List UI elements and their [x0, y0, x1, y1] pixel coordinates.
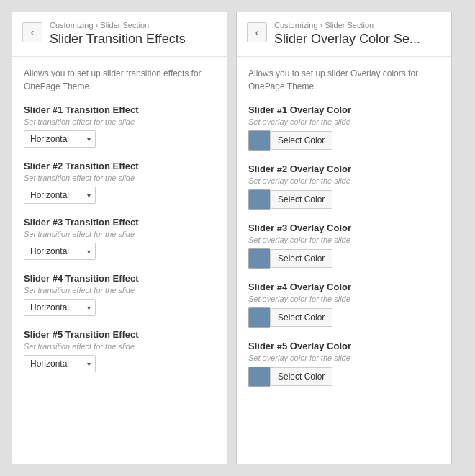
right-slider-4-subtitle: Set overlay color for the slide [248, 295, 440, 303]
right-slider-item-4: Slider #4 Overlay ColorSet overlay color… [248, 282, 440, 328]
right-slider-2-select-color-button[interactable]: Select Color [270, 190, 332, 209]
left-slider-item-4: Slider #4 Transition EffectSet transitio… [24, 273, 215, 316]
left-slider-5-select-wrapper: HorizontalVerticalFade▾ [24, 355, 96, 372]
right-slider-2-subtitle: Set overlay color for the slide [248, 176, 440, 185]
right-slider-1-color-swatch[interactable] [248, 130, 270, 151]
right-slider-3-subtitle: Set overlay color for the slide [248, 235, 440, 244]
right-slider-item-3: Slider #3 Overlay ColorSet overlay color… [248, 223, 440, 269]
right-slider-2-color-swatch[interactable] [248, 189, 270, 210]
right-slider-2-color-row: Select Color [248, 189, 440, 210]
right-back-button[interactable]: ‹ [247, 22, 267, 42]
left-slider-4-subtitle: Set transition effect for the slide [24, 286, 215, 295]
left-panel-body: Allows you to set up slider transition e… [12, 57, 227, 395]
left-slider-1-select[interactable]: HorizontalVerticalFade [24, 130, 96, 148]
right-slider-3-select-color-button[interactable]: Select Color [270, 249, 332, 268]
right-slider-5-color-swatch[interactable] [248, 367, 270, 387]
right-slider-1-subtitle: Set overlay color for the slide [248, 117, 440, 126]
right-slider-4-color-row: Select Color [248, 307, 440, 328]
right-slider-item-1: Slider #1 Overlay ColorSet overlay color… [248, 104, 440, 151]
right-slider-item-2: Slider #2 Overlay ColorSet overlay color… [248, 163, 440, 210]
right-panel-header: ‹ Customizing › Slider Section Slider Ov… [237, 12, 451, 57]
right-panel: ‹ Customizing › Slider Section Slider Ov… [236, 12, 452, 464]
left-slider-4-select[interactable]: HorizontalVerticalFade [24, 299, 96, 316]
left-panel-header: ‹ Customizing › Slider Section Slider Tr… [12, 12, 227, 57]
left-slider-item-3: Slider #3 Transition EffectSet transitio… [24, 217, 215, 260]
left-panel-description: Allows you to set up slider transition e… [24, 67, 215, 93]
right-slider-4-title: Slider #4 Overlay Color [248, 282, 440, 292]
left-slider-5-title: Slider #5 Transition Effect [24, 329, 215, 340]
left-slider-4-title: Slider #4 Transition Effect [24, 273, 215, 284]
left-slider-3-title: Slider #3 Transition Effect [24, 217, 215, 228]
right-panel-title: Slider Overlay Color Se... [274, 32, 420, 48]
left-slider-4-select-wrapper: HorizontalVerticalFade▾ [24, 299, 96, 316]
left-slider-1-subtitle: Set transition effect for the slide [24, 117, 215, 126]
right-slider-5-title: Slider #5 Overlay Color [248, 341, 440, 351]
right-slider-5-color-row: Select Color [248, 367, 440, 387]
left-panel-header-text: Customizing › Slider Section Slider Tran… [50, 21, 186, 48]
right-panel-header-text: Customizing › Slider Section Slider Over… [274, 21, 420, 48]
right-slider-4-select-color-button[interactable]: Select Color [270, 308, 332, 327]
right-slider-5-subtitle: Set overlay color for the slide [248, 354, 440, 362]
left-slider-item-5: Slider #5 Transition EffectSet transitio… [24, 329, 215, 372]
left-panel-title: Slider Transition Effects [50, 32, 186, 48]
right-slider-1-select-color-button[interactable]: Select Color [270, 131, 332, 150]
right-panel-description: Allows you to set up slider Overlay colo… [248, 67, 440, 93]
left-slider-item-2: Slider #2 Transition EffectSet transitio… [24, 161, 215, 204]
right-slider-1-color-row: Select Color [248, 130, 440, 151]
left-slider-3-subtitle: Set transition effect for the slide [24, 230, 215, 238]
right-breadcrumb: Customizing › Slider Section [274, 21, 420, 30]
right-slider-2-title: Slider #2 Overlay Color [248, 163, 440, 174]
left-slider-3-select-wrapper: HorizontalVerticalFade▾ [24, 243, 96, 260]
left-panel: ‹ Customizing › Slider Section Slider Tr… [12, 12, 227, 464]
left-slider-item-1: Slider #1 Transition EffectSet transitio… [24, 104, 215, 148]
left-sliders-container: Slider #1 Transition EffectSet transitio… [24, 104, 215, 372]
left-slider-2-title: Slider #2 Transition Effect [24, 161, 215, 171]
right-slider-1-title: Slider #1 Overlay Color [248, 104, 440, 115]
left-slider-3-select[interactable]: HorizontalVerticalFade [24, 243, 96, 260]
left-back-button[interactable]: ‹ [22, 22, 42, 42]
right-slider-3-color-row: Select Color [248, 248, 440, 269]
right-slider-5-select-color-button[interactable]: Select Color [270, 367, 332, 386]
left-slider-5-select[interactable]: HorizontalVerticalFade [24, 355, 96, 372]
right-slider-4-color-swatch[interactable] [248, 307, 270, 328]
right-slider-3-title: Slider #3 Overlay Color [248, 223, 440, 233]
left-breadcrumb: Customizing › Slider Section [50, 21, 186, 30]
right-sliders-container: Slider #1 Overlay ColorSet overlay color… [248, 104, 440, 387]
right-panel-body: Allows you to set up slider Overlay colo… [237, 57, 451, 410]
left-slider-1-title: Slider #1 Transition Effect [24, 104, 215, 115]
left-slider-5-subtitle: Set transition effect for the slide [24, 342, 215, 351]
left-slider-2-select-wrapper: HorizontalVerticalFade▾ [24, 187, 96, 204]
right-slider-3-color-swatch[interactable] [248, 248, 270, 269]
right-slider-item-5: Slider #5 Overlay ColorSet overlay color… [248, 341, 440, 387]
left-slider-2-subtitle: Set transition effect for the slide [24, 174, 215, 182]
left-slider-1-select-wrapper: HorizontalVerticalFade▾ [24, 130, 96, 148]
left-slider-2-select[interactable]: HorizontalVerticalFade [24, 187, 96, 204]
